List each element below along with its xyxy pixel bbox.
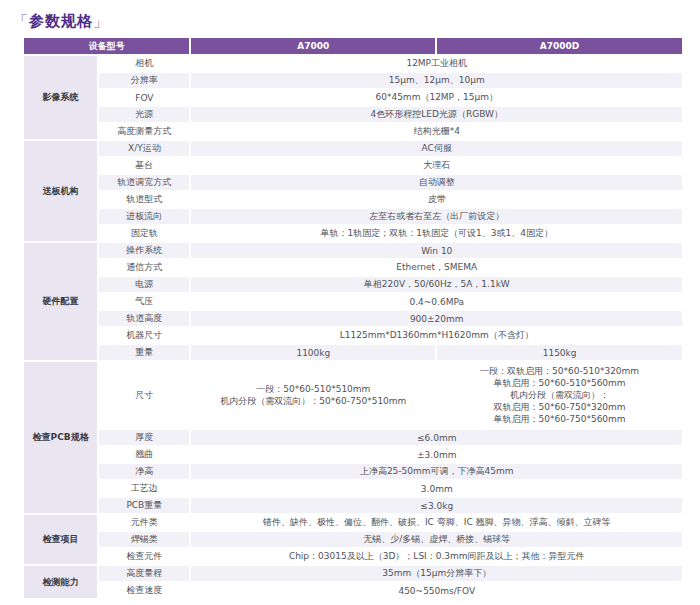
table-row: 检查元件 Chip：03015及以上（3D）；LSI：0.3mm间距及以上；其他… [24,549,682,564]
table-row: 厚度 ≤6.0mm [24,430,682,445]
param-label: 高度量程 [99,566,189,581]
param-value: ≤6.0mm [191,430,682,445]
param-value: 450~550ms/FOV [191,583,682,598]
param-label: 进板流向 [99,209,189,224]
table-row: 轨道高度 900±20mm [24,311,682,326]
param-label: 光源 [99,107,189,122]
param-value-a7000: 1100kg [191,345,435,360]
table-row: 焊锡类 无锡、少/多锡、虚焊、桥接、锡球等 [24,532,682,547]
param-value-a7000d: 1150kg [437,345,682,360]
param-label: 重量 [99,345,189,360]
section-label-inspection-pcb-spec: 检查PCB规格 [24,362,97,513]
param-label: 固定轨 [99,226,189,241]
param-label: 厚度 [99,430,189,445]
section-label-imaging-system: 影像系统 [24,56,97,139]
param-value: 左至右或者右至左（出厂前设定） [191,209,682,224]
param-value: AC伺服 [191,141,682,156]
table-row: 通信方式 Ethernet，SMEMA [24,260,682,275]
table-row: 硬件配置 操作系统 Win 10 [24,243,682,258]
param-label: 通信方式 [99,260,189,275]
table-row: 进板流向 左至右或者右至左（出厂前设定） [24,209,682,224]
table-row: 送板机构 X/Y运动 AC伺服 [24,141,682,156]
table-row: 检测能力 高度量程 35mm（15μm分辨率下） [24,566,682,581]
param-label: 基台 [99,158,189,173]
param-label: 相机 [99,56,189,71]
param-label: 尺寸 [99,362,189,428]
param-value: ±3.0mm [191,447,682,462]
page-title: 「参数规格」 [13,10,700,32]
param-label: 机器尺寸 [99,328,189,343]
table-row: 光源 4色环形程控LED光源（RGBW） [24,107,682,122]
value-line: 单轨启用：50*60-750*560mm [441,413,678,425]
value-line: 机内分段（需双流向）： [441,389,678,401]
section-label-detection-capability: 检测能力 [24,566,97,598]
table-row: 净高 上净高25-50mm可调，下净高45mm [24,464,682,479]
param-label: 元件类 [99,515,189,530]
section-label-board-feeding: 送板机构 [24,141,97,241]
table-row: 检查速度 450~550ms/FOV [24,583,682,598]
param-value: 3.0mm [191,481,682,496]
table-row: 检查PCB规格 尺寸 一段：50*60-510*510mm 机内分段（需双流向）… [24,362,682,428]
value-line: 机内分段（需双流向）：50*60-750*510mm [195,395,431,407]
table-row: 工艺边 3.0mm [24,481,682,496]
header-device-model: 设备型号 [24,38,189,54]
value-line: 双轨启用：50*60-750*320mm [441,401,678,413]
header-a7000: A7000 [191,38,435,54]
param-value: Chip：03015及以上（3D）；LSI：0.3mm间距及以上；其他：异型元件 [191,549,682,564]
param-label: 检查速度 [99,583,189,598]
spec-table: 设备型号 A7000 A7000D 影像系统 相机 12MP工业相机 分辨率 1… [22,36,684,600]
param-value: 结构光栅*4 [191,124,682,139]
param-value: 上净高25-50mm可调，下净高45mm [191,464,682,479]
param-value: 15μm、12μm、10μm [191,73,682,88]
param-value: 皮带 [191,192,682,207]
param-label: 电源 [99,277,189,292]
param-label: 检查元件 [99,549,189,564]
param-label: 轨道高度 [99,311,189,326]
param-value: Win 10 [191,243,682,258]
param-label: 操作系统 [99,243,189,258]
table-row: 电源 单相220V，50/60Hz，5A，1.1kW [24,277,682,292]
value-line: 一段：50*60-510*510mm [195,383,431,395]
param-value: 0.4~0.6MPa [191,294,682,309]
param-label: 净高 [99,464,189,479]
value-line: 单轨启用：50*60-510*560mm [441,377,678,389]
param-label: 轨道型式 [99,192,189,207]
table-row: 影像系统 相机 12MP工业相机 [24,56,682,71]
param-value: ≤3.0kg [191,498,682,513]
section-label-inspection-items: 检查项目 [24,515,97,564]
table-row: 翘曲 ±3.0mm [24,447,682,462]
table-row: 固定轨 单轨：1轨固定；双轨：1轨固定（可设1、3或1、4固定） [24,226,682,241]
param-value-a7000d: 一段：双轨启用：50*60-510*320mm 单轨启用：50*60-510*5… [437,362,682,428]
param-value-a7000: 一段：50*60-510*510mm 机内分段（需双流向）：50*60-750*… [191,362,435,428]
param-label: PCB重量 [99,498,189,513]
param-label: FOV [99,90,189,105]
table-row: 基台 大理石 [24,158,682,173]
param-label: 气压 [99,294,189,309]
param-value: 错件、缺件、极性、偏位、翻件、破损、IC 弯脚、IC 翘脚、异物、浮高、倾斜、立… [191,515,682,530]
param-label: 分辨率 [99,73,189,88]
param-value: Ethernet，SMEMA [191,260,682,275]
table-row: 轨道型式 皮带 [24,192,682,207]
header-a7000d: A7000D [437,38,682,54]
table-row: FOV 60*45mm（12MP，15μm） [24,90,682,105]
title-bracket-open: 「 [13,12,29,30]
table-row: 机器尺寸 L1125mm*D1360mm*H1620mm（不含灯） [24,328,682,343]
param-label: 轨道调宽方式 [99,175,189,190]
section-label-hardware-config: 硬件配置 [24,243,97,360]
title-bracket-close: 」 [93,12,109,30]
table-row: 高度测量方式 结构光栅*4 [24,124,682,139]
table-row: 重量 1100kg 1150kg [24,345,682,360]
table-row: 气压 0.4~0.6MPa [24,294,682,309]
table-header-row: 设备型号 A7000 A7000D [24,38,682,54]
param-value: L1125mm*D1360mm*H1620mm（不含灯） [191,328,682,343]
table-row: 轨道调宽方式 自动调整 [24,175,682,190]
param-label: X/Y运动 [99,141,189,156]
spec-page: 「参数规格」 设备型号 A7000 A7000D 影像系统 相机 12MP工业相… [0,10,700,600]
param-value: 12MP工业相机 [191,56,682,71]
param-value: 60*45mm（12MP，15μm） [191,90,682,105]
param-label: 高度测量方式 [99,124,189,139]
param-value: 单轨：1轨固定；双轨：1轨固定（可设1、3或1、4固定） [191,226,682,241]
param-label: 焊锡类 [99,532,189,547]
param-value: 35mm（15μm分辨率下） [191,566,682,581]
param-value: 900±20mm [191,311,682,326]
